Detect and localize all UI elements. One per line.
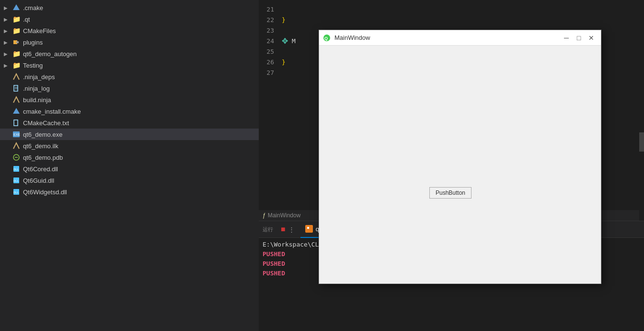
dll-icon: DLL [12, 177, 21, 184]
tree-label: .qt [23, 16, 255, 23]
svg-rect-2 [16, 41, 19, 43]
tree-arrow: ▶ [4, 28, 12, 34]
qt-close-button[interactable]: ✕ [586, 32, 597, 44]
ninja-icon [12, 96, 21, 104]
pdb-icon [12, 154, 21, 161]
file-icon [12, 119, 21, 127]
svg-rect-3 [14, 85, 18, 91]
tree-item-cmake-install[interactable]: cmake_install.cmake [0, 106, 259, 117]
line-number: 21 [263, 6, 282, 13]
move-icon: ✥ [282, 36, 288, 46]
tree-label: plugins [23, 39, 255, 46]
code-line-22: 22 } [259, 14, 644, 25]
tree-arrow: ▶ [4, 51, 12, 57]
tree-item-qt6widgetsd[interactable]: DLL Qt6Widgetsd.dll [0, 186, 259, 198]
tree-arrow: ▶ [4, 40, 12, 45]
tree-label: .ninja_deps [23, 73, 255, 81]
tree-label: qt6_demo.ilk [23, 142, 255, 150]
tree-label: .cmake [23, 4, 255, 12]
scrollbar-thumb [639, 132, 644, 152]
tree-label: Qt6Guid.dll [23, 177, 255, 184]
svg-rect-19 [307, 227, 309, 229]
function-name: MainWindow [268, 212, 301, 219]
tab-app-icon [305, 225, 313, 233]
folder-icon: 📁 [12, 61, 21, 69]
folder-icon: 📁 [12, 50, 21, 58]
folder-icon: 📁 [12, 15, 21, 23]
svg-rect-18 [306, 226, 312, 232]
qt-window-icon: Q [323, 34, 331, 42]
tree-item-build-ninja[interactable]: build.ninja [0, 94, 259, 106]
tree-item-ilk[interactable]: qt6_demo.ilk [0, 140, 259, 152]
stop-icon[interactable]: ■ [281, 225, 286, 234]
tree-item-exe[interactable]: EXE qt6_demo.exe [0, 129, 259, 140]
folder-icon: 📁 [12, 27, 21, 35]
tree-label: Qt6Widgetsd.dll [23, 189, 255, 196]
tree-label: CMakeCache.txt [23, 119, 255, 127]
tree-label: qt6_demo.pdb [23, 154, 255, 161]
tree-label: Testing [23, 62, 255, 69]
qt-window-title: MainWindow [334, 34, 560, 41]
svg-text:DLL: DLL [13, 179, 19, 182]
line-number: 24 [263, 37, 282, 45]
ninja-icon [12, 142, 21, 150]
cmake-icon [12, 107, 21, 115]
svg-text:Q: Q [324, 36, 328, 41]
svg-marker-0 [13, 4, 20, 10]
qt-window-body: PushButton [319, 46, 601, 284]
qt-titlebar: Q MainWindow ─ □ ✕ [319, 30, 601, 46]
tree-item-ninja-deps[interactable]: .ninja_deps [0, 71, 259, 83]
tree-arrow: ▶ [4, 63, 12, 68]
tree-label: .ninja_log [23, 85, 255, 92]
tree-label: build.ninja [23, 96, 255, 104]
line-number: 22 [263, 16, 282, 24]
tree-item-cmake[interactable]: ▶ .cmake [0, 2, 259, 13]
cmake-icon [12, 4, 21, 12]
tree-label: qt6_demo_autogen [23, 50, 255, 58]
tree-item-plugins[interactable]: ▶ plugins [0, 36, 259, 48]
dll-icon: DLL [12, 188, 21, 196]
file-icon [12, 84, 21, 92]
tree-label: Qt6Cored.dll [23, 166, 255, 173]
line-number: 23 [263, 27, 282, 34]
tree-label: CMakeFiles [23, 27, 255, 35]
tree-item-qt6cored[interactable]: DLL Qt6Cored.dll [0, 163, 259, 175]
tree-item-cmakefiles[interactable]: ▶ 📁 CMakeFiles [0, 25, 259, 36]
file-tree: ▶ .cmake ▶ 📁 .qt ▶ 📁 CMakeFiles ▶ plugin… [0, 0, 259, 331]
svg-marker-6 [13, 108, 20, 114]
tree-arrow: ▶ [4, 17, 12, 22]
tree-arrow: ▶ [4, 5, 12, 11]
plugin-icon [12, 38, 21, 46]
tree-label: cmake_install.cmake [23, 108, 255, 115]
dll-icon: DLL [12, 165, 21, 173]
tree-item-testing[interactable]: ▶ 📁 Testing [0, 59, 259, 71]
tree-item-cmakecache[interactable]: CMakeCache.txt [0, 117, 259, 129]
qt-maximize-button[interactable]: □ [573, 32, 585, 44]
line-number: 25 [263, 48, 282, 55]
editor-scrollbar[interactable] [639, 0, 644, 221]
ninja-icon [12, 73, 21, 81]
tree-item-ninja-log[interactable]: .ninja_log [0, 83, 259, 94]
tree-item-autogen[interactable]: ▶ 📁 qt6_demo_autogen [0, 48, 259, 59]
tree-item-qt6guid[interactable]: DLL Qt6Guid.dll [0, 175, 259, 186]
qt-minimize-button[interactable]: ─ [561, 32, 572, 44]
svg-text:DLL: DLL [13, 191, 19, 194]
push-button[interactable]: PushButton [429, 187, 472, 199]
svg-text:DLL: DLL [13, 168, 19, 171]
line-number: 26 [263, 59, 282, 66]
code-line-21: 21 [259, 4, 644, 14]
tree-item-qt[interactable]: ▶ 📁 .qt [0, 13, 259, 25]
svg-rect-7 [14, 120, 18, 126]
more-options-icon[interactable]: ⋮ [288, 226, 295, 233]
line-number: 27 [263, 69, 282, 76]
svg-text:EXE: EXE [13, 133, 20, 136]
run-label: 运行 [263, 226, 273, 233]
tree-label: qt6_demo.exe [23, 131, 255, 138]
qt-main-window: Q MainWindow ─ □ ✕ PushButton [319, 30, 601, 284]
exe-icon: EXE [12, 130, 21, 138]
tree-item-pdb[interactable]: qt6_demo.pdb [0, 152, 259, 163]
function-icon: ƒ [263, 212, 266, 219]
